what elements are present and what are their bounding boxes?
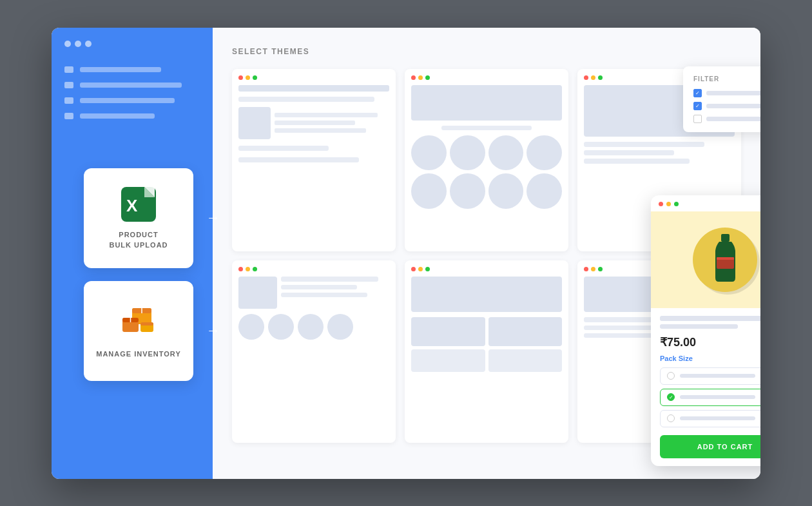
dot-green (425, 267, 430, 271)
circle-item (527, 135, 562, 171)
size-option-3[interactable]: ₹85.00 (660, 410, 760, 427)
circle (238, 314, 264, 340)
inventory-svg (119, 302, 158, 337)
product-card: ₹75.00 Pack Size ₹65.00 ₹75.00 (651, 195, 760, 466)
product-image-area (651, 211, 760, 308)
bulk-upload-text-line2: BULK UPLOAD (109, 241, 168, 249)
theme-card-2[interactable] (405, 69, 568, 251)
text-bar (281, 285, 357, 289)
nav-icon (64, 97, 73, 104)
circle-item (411, 173, 447, 209)
circle (327, 314, 353, 340)
dot-yellow (246, 75, 250, 80)
circle-item (488, 173, 524, 209)
circle (298, 314, 324, 340)
dot-red (659, 202, 663, 206)
dot-1 (64, 41, 71, 47)
mid-bar (441, 126, 532, 130)
sidebar-item (64, 66, 200, 73)
bulk-upload-label: PRODUCT BULK UPLOAD (109, 229, 168, 251)
dot-yellow (418, 75, 423, 80)
sidebar-item (64, 82, 200, 88)
filter-bar-2 (706, 104, 760, 108)
bulk-upload-card[interactable]: X PRODUCT BULK UPLOAD → (84, 168, 193, 268)
size-radio-2[interactable] (667, 393, 675, 401)
text-line (275, 128, 366, 133)
dot-red (584, 75, 588, 80)
dot-yellow (591, 75, 595, 80)
pack-size-label: Pack Size (660, 355, 760, 362)
size-radio-1[interactable] (667, 372, 675, 380)
card-img (238, 277, 277, 309)
filter-checkbox-2[interactable] (693, 102, 702, 110)
circle-item (527, 173, 562, 209)
grid-item (488, 317, 563, 346)
grid-item (411, 349, 485, 372)
dot-red (238, 75, 243, 80)
mid-bar (584, 150, 674, 155)
main-content: SELECT THEMES (213, 28, 760, 479)
card-text-lines (275, 107, 389, 139)
circle-item (450, 135, 485, 171)
text-bar (281, 293, 367, 297)
circle-item (411, 135, 447, 171)
card-dots-5 (411, 267, 562, 271)
card-img (238, 107, 271, 139)
bulk-upload-text-line1: PRODUCT (119, 231, 158, 238)
filter-item-2[interactable] (693, 102, 760, 110)
manage-inventory-card[interactable]: MANAGE INVENTORY → (84, 281, 193, 381)
size-radio-3[interactable] (667, 414, 675, 422)
filter-panel: FILTER (683, 66, 760, 132)
size-bar-1 (680, 374, 755, 378)
filter-checkbox-3[interactable] (693, 115, 702, 123)
svg-rect-0 (721, 234, 730, 242)
nav-icon (64, 113, 73, 119)
card-content (238, 107, 389, 139)
excel-icon: X (120, 186, 157, 223)
nav-label (80, 67, 161, 72)
dot-green (674, 202, 679, 206)
inventory-icon (119, 302, 158, 342)
svg-text:X: X (126, 196, 138, 215)
manage-inventory-text: MANAGE INVENTORY (96, 350, 181, 358)
circle-item (488, 135, 524, 171)
card-grid (411, 317, 562, 372)
card-text (281, 277, 389, 309)
dot-yellow (591, 267, 595, 271)
text-bar (281, 277, 378, 282)
add-to-cart-button[interactable]: ADD TO CART (660, 435, 760, 458)
svg-rect-2 (717, 257, 734, 260)
browser-window: SELECT THEMES (52, 28, 760, 479)
dot-green (425, 75, 430, 80)
mid-bar (584, 142, 704, 147)
card-header-bar (238, 85, 389, 92)
filter-bar-3 (706, 117, 760, 121)
dot-yellow (418, 267, 423, 271)
filter-checkbox-1[interactable] (693, 89, 702, 97)
grid-item (411, 317, 485, 346)
card-img (411, 277, 562, 312)
dot-yellow (246, 267, 250, 271)
size-options: ₹65.00 ₹75.00 ₹85.00 (660, 367, 760, 427)
bulk-upload-arrow: → (206, 209, 220, 226)
sidebar-dots (52, 41, 213, 60)
mid-bar (584, 159, 690, 164)
filter-item-1[interactable] (693, 89, 760, 97)
filter-title: FILTER (693, 75, 760, 83)
size-option-2[interactable]: ₹75.00 (660, 389, 760, 406)
circle-item (450, 173, 485, 209)
bottle-circle (693, 228, 757, 292)
card-top-img (411, 85, 562, 121)
theme-card-5[interactable] (405, 260, 568, 443)
filter-item-3[interactable] (693, 115, 760, 123)
product-name-bar (660, 316, 760, 321)
theme-card-1[interactable] (232, 69, 396, 251)
theme-card-4[interactable] (232, 260, 396, 443)
dot-red (584, 267, 588, 271)
card-circles-row (238, 314, 389, 340)
sidebar-item (64, 97, 200, 104)
feature-cards-container: X PRODUCT BULK UPLOAD → (84, 168, 193, 381)
size-option-1[interactable]: ₹65.00 (660, 367, 760, 385)
card-dots-1 (238, 75, 389, 80)
product-name-bar-2 (660, 324, 738, 329)
